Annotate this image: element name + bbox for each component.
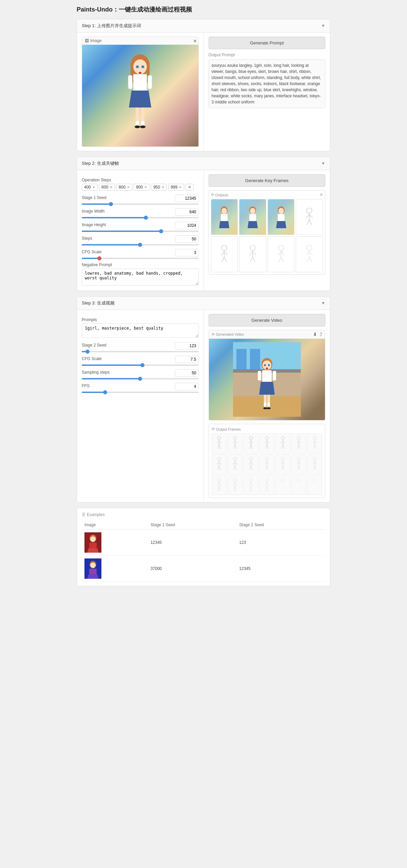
close-icon[interactable]: ✕ <box>193 38 197 44</box>
svg-point-188 <box>281 478 285 482</box>
steps-input[interactable] <box>175 235 199 243</box>
keyframe-4[interactable] <box>211 236 238 272</box>
sampling-steps-slider[interactable] <box>82 378 199 379</box>
svg-line-46 <box>253 257 255 262</box>
step-tag-2-remove[interactable]: ✕ <box>127 185 130 190</box>
sampling-steps-input[interactable] <box>175 369 199 377</box>
step3-cfg-scale-label: CFG Scale <box>82 356 102 361</box>
keyframe-7[interactable] <box>296 236 323 272</box>
output-frames-grid <box>212 433 323 495</box>
output-frame-20 <box>307 475 322 495</box>
svg-line-166 <box>217 483 219 486</box>
svg-line-181 <box>251 487 252 491</box>
keyframe-3[interactable] <box>296 199 323 235</box>
step-tag-5-remove[interactable]: ✕ <box>179 185 182 190</box>
keyframes-grid <box>211 199 323 272</box>
keyframe-2[interactable] <box>268 199 295 235</box>
svg-point-110 <box>297 436 301 440</box>
step2-title: Step 2: 生成关键帧 <box>82 160 119 166</box>
steps-label: Steps <box>82 236 92 241</box>
output-frame-17 <box>259 475 274 495</box>
svg-line-96 <box>250 445 251 449</box>
svg-line-107 <box>283 441 285 443</box>
step1-chevron[interactable]: ▼ <box>321 23 325 28</box>
image-height-slider[interactable] <box>82 231 199 232</box>
step-tag-4-remove[interactable]: ✕ <box>161 185 164 190</box>
fps-slider[interactable] <box>82 392 199 393</box>
svg-line-130 <box>233 462 235 465</box>
generate-video-button[interactable]: Generate Video <box>209 314 326 327</box>
negative-prompt-input[interactable]: lowres, bad anatomy, bad hands, cropped,… <box>82 269 199 285</box>
keyframe-0[interactable] <box>211 199 238 235</box>
svg-line-97 <box>251 445 252 449</box>
col-stage1-seed: Stage 1 Seed <box>148 520 237 530</box>
svg-line-155 <box>299 462 301 465</box>
output-frame-15 <box>228 475 243 495</box>
step3-cfg-scale-input[interactable] <box>175 356 199 363</box>
svg-line-133 <box>235 466 236 470</box>
cfg-scale-slider[interactable] <box>82 258 199 259</box>
svg-line-91 <box>235 445 236 449</box>
image-upload-area[interactable]: 🖼 Image ✕ <box>82 37 199 147</box>
step-tag-3-remove[interactable]: ✕ <box>144 185 147 190</box>
step-tag-1-remove[interactable]: ✕ <box>110 185 113 190</box>
step3-chevron[interactable]: ▼ <box>321 301 325 305</box>
svg-rect-199 <box>89 569 97 575</box>
svg-point-92 <box>249 436 253 440</box>
svg-line-148 <box>280 462 283 465</box>
svg-line-139 <box>251 466 252 470</box>
image-width-input[interactable] <box>175 208 199 216</box>
stage2-seed-slider[interactable] <box>82 351 199 352</box>
image-height-input[interactable] <box>175 222 199 229</box>
image-upload-label: 🖼 Image <box>82 37 198 45</box>
step2-chevron[interactable]: ▼ <box>321 161 325 166</box>
example-row-0[interactable]: 12345 123 <box>82 530 325 556</box>
fps-input[interactable] <box>175 383 199 390</box>
svg-point-18 <box>221 208 227 214</box>
svg-point-193 <box>90 536 96 542</box>
svg-line-101 <box>267 441 269 443</box>
output-frames-section: ⟳ Output Frames <box>209 424 326 498</box>
download-icon[interactable]: ⬇ <box>313 332 317 337</box>
output-frame-19 <box>291 475 306 495</box>
generate-keyframes-button[interactable]: Generate Key Frames <box>209 174 326 187</box>
svg-line-115 <box>299 445 300 449</box>
example-1-image <box>82 556 148 582</box>
share-icon[interactable]: ⤴ <box>320 332 322 337</box>
svg-rect-11 <box>136 121 139 126</box>
image-width-slider[interactable] <box>82 217 199 218</box>
keyframes-output: ⟳ Outputs ✕ <box>209 190 326 275</box>
svg-rect-62 <box>236 349 247 369</box>
cfg-scale-input[interactable] <box>175 249 199 256</box>
svg-point-152 <box>297 457 301 461</box>
keyframe-5[interactable] <box>239 236 266 272</box>
step-tag-add[interactable]: ✕ <box>186 184 194 191</box>
generate-prompt-button[interactable]: Generate Prompt <box>209 37 326 49</box>
keyframe-6[interactable] <box>268 236 295 272</box>
stage2-seed-input[interactable] <box>175 342 199 350</box>
stage1-seed-input[interactable] <box>175 195 199 202</box>
svg-line-119 <box>315 441 317 443</box>
step3-cfg-scale-slider[interactable] <box>82 364 199 366</box>
step2-body: Operation Steps 400 ✕ 600 ✕ 800 ✕ <box>77 170 330 291</box>
svg-line-100 <box>265 441 267 443</box>
svg-line-125 <box>219 462 221 465</box>
example-row-1[interactable]: 37000 12345 <box>82 556 325 582</box>
steps-slider[interactable] <box>82 244 199 245</box>
svg-line-52 <box>281 257 284 262</box>
stage1-seed-slider[interactable] <box>82 203 199 205</box>
svg-line-88 <box>233 441 235 443</box>
output-frame-4 <box>275 433 290 453</box>
keyframe-1[interactable] <box>239 199 266 235</box>
svg-line-137 <box>251 462 253 465</box>
svg-point-104 <box>281 436 285 440</box>
step-tag-0-remove[interactable]: ✕ <box>92 185 95 190</box>
examples-section: ☰ Examples Image Stage 1 Seed Stage 2 Se… <box>77 508 330 586</box>
svg-point-68 <box>268 364 270 366</box>
output-frame-12 <box>291 454 306 474</box>
svg-line-168 <box>218 487 219 491</box>
keyframes-close[interactable]: ✕ <box>320 193 323 197</box>
prompts-input[interactable]: 1girl, masterpiece, best quality <box>82 323 199 338</box>
svg-line-121 <box>315 445 316 449</box>
step1-left: 🖼 Image ✕ <box>77 33 204 151</box>
